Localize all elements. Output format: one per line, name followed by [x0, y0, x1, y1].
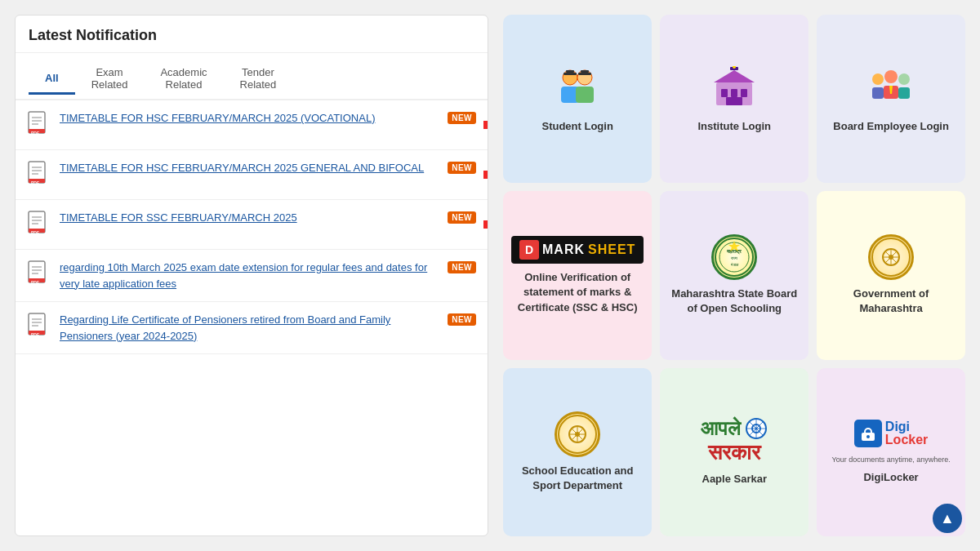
maha-open-schooling-label: Maharashtra State Board of Open Schoolin…: [668, 287, 800, 316]
svg-rect-38: [566, 70, 574, 73]
notif-content-2: TIMETABLE FOR HSC FEBRUARY/MARCH 2025 GE…: [60, 160, 439, 176]
card-online-verification[interactable]: D MARKSHEET Online Verification of state…: [503, 191, 652, 359]
aaple-sarkar-label: Aaple Sarkar: [702, 472, 768, 487]
institute-login-label: Institute Login: [697, 119, 771, 134]
govt-maharashtra-label: Government of Maharashtra: [825, 287, 957, 316]
marksheet-logo-container: D MARKSHEET: [511, 236, 644, 264]
school-seal: [555, 411, 600, 457]
svg-marker-46: [714, 70, 755, 82]
card-board-employee-login[interactable]: Board Employee Login: [817, 15, 965, 183]
card-institute-login[interactable]: Institute Login: [660, 15, 808, 183]
pdf-icon-4: PDF: [27, 260, 51, 289]
page-wrapper: Latest Notification All ExamRelated Acad…: [0, 0, 980, 551]
scroll-top-button[interactable]: ▲: [933, 504, 962, 533]
arrow-3: [483, 211, 488, 238]
marksheet-d-icon: D: [519, 240, 539, 260]
notif-link-4[interactable]: regarding 10th March 2025 exam date exte…: [60, 261, 427, 290]
card-maha-open-schooling[interactable]: महाराष्ट्र राज्य मंडळ Maharashtra State …: [660, 191, 808, 359]
svg-marker-6: [483, 115, 488, 135]
tabs-row: All ExamRelated AcademicRelated TenderRe…: [16, 53, 488, 100]
student-login-icon: [553, 64, 602, 113]
school-education-label: School Education and Sport Department: [511, 464, 644, 493]
svg-rect-44: [741, 89, 747, 97]
svg-text:महाराष्ट्र: महाराष्ट्र: [726, 249, 742, 255]
svg-point-49: [872, 73, 884, 85]
online-verification-label: Online Verification of statement of mark…: [511, 270, 644, 315]
svg-rect-42: [721, 89, 728, 97]
svg-point-85: [866, 435, 870, 438]
card-govt-maharashtra[interactable]: Government of Maharashtra: [817, 191, 965, 359]
notif-link-3[interactable]: TIMETABLE FOR SSC FEBRUARY/MARCH 2025: [60, 211, 297, 224]
digilocker-icon: [854, 420, 882, 447]
student-login-label: Student Login: [541, 119, 612, 134]
notif-content-4: regarding 10th March 2025 exam date exte…: [60, 260, 439, 291]
digilocker-tagline: Your documents anytime, anywhere.: [831, 455, 950, 464]
notification-list: PDF TIMETABLE FOR HSC FEBRUARY/MARCH 202…: [16, 100, 488, 535]
aaple-text: आपले: [701, 417, 741, 440]
tab-exam[interactable]: ExamRelated: [75, 60, 145, 99]
notif-link-5[interactable]: Regarding Life Certificate of Pensioners…: [60, 313, 390, 342]
arrow-1: [483, 111, 488, 139]
svg-marker-20: [483, 215, 488, 234]
svg-rect-54: [898, 87, 910, 99]
maha-seal: महाराष्ट्र राज्य मंडळ: [711, 234, 757, 280]
card-aaple-sarkar[interactable]: आपले सरकार: [660, 368, 808, 536]
notif-item-4: PDF regarding 10th March 2025 exam date …: [16, 250, 488, 302]
svg-text:PDF: PDF: [31, 180, 39, 185]
digilocker-logo: Digi Locker: [854, 420, 928, 447]
notif-item-5: PDF Regarding Life Certificate of Pensio…: [16, 302, 488, 354]
svg-text:PDF: PDF: [31, 280, 39, 285]
notif-item-2: PDF TIMETABLE FOR HSC FEBRUARY/MARCH 202…: [16, 150, 488, 200]
notification-panel: Latest Notification All ExamRelated Acad…: [15, 15, 488, 536]
digi-text: Digi: [885, 420, 928, 433]
svg-text:PDF: PDF: [31, 332, 39, 337]
tab-tender[interactable]: TenderRelated: [224, 60, 293, 99]
card-school-education[interactable]: School Education and Sport Department: [503, 368, 652, 536]
svg-text:मंडळ: मंडळ: [730, 262, 739, 267]
svg-text:PDF: PDF: [31, 131, 39, 136]
new-badge-3: NEW: [448, 211, 476, 224]
svg-point-51: [884, 70, 898, 83]
svg-rect-37: [564, 73, 577, 75]
svg-rect-45: [726, 97, 742, 105]
pdf-icon-1: PDF: [27, 110, 51, 140]
svg-marker-13: [483, 165, 488, 184]
notif-item-1: PDF TIMETABLE FOR HSC FEBRUARY/MARCH 202…: [16, 100, 488, 150]
arrow-2: [483, 161, 488, 189]
notif-link-1[interactable]: TIMETABLE FOR HSC FEBRUARY/MARCH 2025 (V…: [60, 112, 375, 124]
new-badge-2: NEW: [448, 162, 476, 174]
pdf-icon-2: PDF: [27, 160, 51, 189]
institute-login-icon: [710, 64, 759, 113]
grid-panel: Student Login Institute L: [503, 15, 965, 536]
svg-text:राज्य: राज्य: [730, 256, 737, 260]
new-badge-4: NEW: [448, 261, 476, 273]
svg-rect-39: [578, 73, 591, 75]
card-student-login[interactable]: Student Login: [503, 15, 652, 183]
new-badge-1: NEW: [448, 112, 476, 124]
notif-link-2[interactable]: TIMETABLE FOR HSC FEBRUARY/MARCH 2025 GE…: [60, 162, 424, 174]
svg-rect-36: [576, 87, 594, 103]
sarkar-text: सरकार: [708, 440, 760, 465]
svg-text:PDF: PDF: [31, 230, 39, 235]
board-employee-label: Board Employee Login: [833, 119, 949, 134]
board-employee-icon: [866, 64, 915, 113]
notif-content-3: TIMETABLE FOR SSC FEBRUARY/MARCH 2025: [60, 210, 439, 226]
govt-seal: [868, 234, 914, 280]
notification-title: Latest Notification: [16, 16, 488, 53]
marksheet-text: MARK: [542, 242, 585, 257]
digilocker-text-container: Digi Locker: [885, 420, 928, 447]
tab-all[interactable]: All: [29, 65, 75, 95]
pdf-icon-3: PDF: [27, 210, 51, 239]
pdf-icon-5: PDF: [27, 312, 51, 341]
svg-point-53: [898, 73, 910, 85]
notif-item-3: PDF TIMETABLE FOR SSC FEBRUARY/MARCH 202…: [16, 200, 488, 250]
svg-rect-43: [731, 89, 737, 97]
new-badge-5: NEW: [448, 313, 476, 326]
notif-content-1: TIMETABLE FOR HSC FEBRUARY/MARCH 2025 (V…: [60, 110, 439, 127]
svg-rect-40: [581, 70, 589, 73]
digilocker-label: DigiLocker: [863, 470, 918, 485]
tab-academic[interactable]: AcademicRelated: [144, 60, 223, 99]
svg-rect-50: [872, 87, 884, 99]
aaple-sarkar-logo: आपले सरकार: [701, 417, 768, 465]
locker-text: Locker: [885, 433, 928, 447]
